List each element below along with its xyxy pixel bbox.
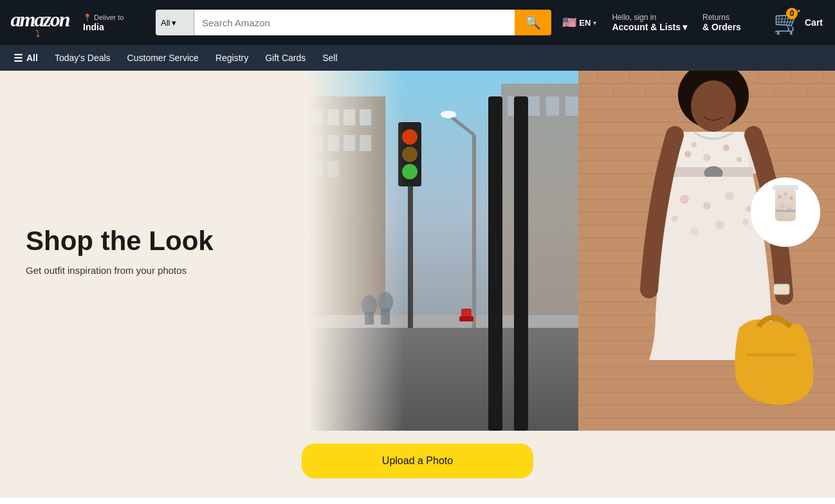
cart-button[interactable]: 🛒 0 Cart [769, 6, 827, 39]
svg-point-87 [684, 151, 691, 158]
deliver-country: India [83, 22, 104, 32]
deliver-to-button[interactable]: 📍 Deliver to India [78, 10, 149, 35]
svg-point-108 [779, 203, 784, 208]
svg-rect-15 [527, 96, 540, 116]
svg-point-98 [715, 221, 724, 230]
language-selector[interactable]: 🇺🇸 EN ▾ [558, 12, 601, 33]
nav-registry[interactable]: Registry [208, 48, 255, 68]
svg-rect-32 [488, 96, 502, 431]
upload-photo-button[interactable]: Upload a Photo [302, 444, 533, 478]
account-greeting: Hello, sign in [612, 13, 687, 22]
nav-gift-cards[interactable]: Gift Cards [258, 48, 313, 68]
svg-point-83 [691, 80, 736, 132]
cart-count-badge: 0 [786, 8, 798, 19]
search-category-dropdown[interactable]: All ▾ [156, 10, 194, 35]
logo-smile: ⤵ [35, 31, 45, 36]
svg-point-107 [789, 196, 793, 200]
returns-orders[interactable]: Returns & Orders [698, 10, 762, 35]
deliver-label: 📍 Deliver to [83, 14, 124, 22]
svg-point-94 [725, 192, 734, 201]
cart-label: Cart [805, 17, 823, 28]
svg-rect-16 [546, 96, 559, 116]
logo-text: amazon [10, 8, 69, 31]
svg-rect-33 [514, 96, 528, 431]
svg-point-90 [723, 145, 729, 151]
nav-todays-deals[interactable]: Today's Deals [48, 48, 118, 68]
svg-point-93 [703, 202, 711, 210]
svg-point-88 [692, 142, 697, 147]
svg-point-96 [672, 215, 678, 222]
flag-icon: 🇺🇸 [562, 15, 576, 30]
svg-point-106 [784, 192, 787, 196]
search-input[interactable] [194, 10, 515, 35]
hero-scene-svg [309, 71, 835, 431]
svg-rect-110 [775, 210, 796, 212]
search-button[interactable]: 🔍 [515, 10, 551, 35]
svg-point-105 [778, 195, 782, 199]
chevron-down-icon: ▾ [593, 19, 596, 26]
svg-point-92 [680, 195, 689, 204]
upload-section: Upload a Photo [0, 431, 835, 498]
main-header: amazon ⤵ 📍 Deliver to India All ▾ 🔍 🇺🇸 E… [0, 0, 835, 45]
svg-rect-27 [472, 135, 476, 328]
returns-label: Returns [702, 13, 758, 22]
hero-section: Shop the Look Get outfit inspiration fro… [0, 71, 835, 431]
search-bar: All ▾ 🔍 [156, 10, 551, 35]
svg-rect-111 [309, 71, 405, 431]
svg-point-91 [737, 157, 742, 162]
account-menu[interactable]: Hello, sign in Account & Lists ▾ [607, 10, 692, 35]
hero-subtitle: Get outfit inspiration from your photos [26, 265, 283, 276]
all-label: All [26, 53, 38, 63]
lang-code: EN [579, 18, 591, 28]
svg-rect-31 [459, 316, 473, 321]
svg-point-97 [690, 228, 698, 235]
hero-image-panel [309, 71, 835, 431]
svg-point-99 [742, 219, 749, 225]
svg-point-29 [441, 111, 456, 118]
svg-rect-17 [565, 96, 578, 116]
chevron-down-icon: ▾ [172, 18, 176, 28]
svg-rect-100 [774, 284, 789, 294]
all-menu-button[interactable]: ☰ All [6, 48, 45, 69]
category-label: All [161, 18, 170, 28]
returns-main-label: & Orders [702, 22, 758, 32]
hero-title: Shop the Look [26, 226, 283, 256]
search-icon: 🔍 [525, 15, 541, 30]
hero-text-panel: Shop the Look Get outfit inspiration fro… [0, 71, 309, 431]
hamburger-icon: ☰ [14, 52, 23, 64]
nav-sell[interactable]: Sell [315, 48, 344, 68]
location-pin-icon: 📍 [83, 14, 92, 22]
amazon-logo[interactable]: amazon ⤵ [8, 8, 72, 37]
svg-rect-84 [678, 132, 749, 170]
nav-customer-service[interactable]: Customer Service [120, 48, 206, 68]
main-content: Shop the Look Get outfit inspiration fro… [0, 71, 835, 498]
svg-rect-101 [746, 354, 797, 356]
navigation-bar: ☰ All Today's Deals Customer Service Reg… [0, 45, 835, 71]
svg-point-89 [703, 154, 711, 161]
chevron-down-icon: ▾ [683, 22, 687, 32]
account-main-label: Account & Lists ▾ [612, 22, 687, 32]
